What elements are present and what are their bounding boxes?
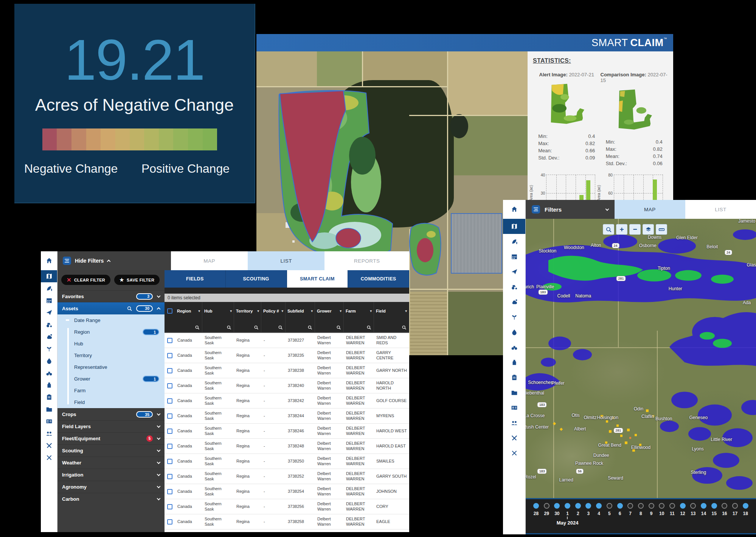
asset-filter-date-range[interactable]: Date Range [57, 314, 165, 326]
filter-section-carbon[interactable]: Carbon [57, 493, 165, 505]
sidebar-item-work-orders[interactable] [503, 370, 525, 385]
timeline-dot[interactable] [565, 503, 570, 509]
sidebar-item-team[interactable] [41, 427, 57, 440]
sidebar-item-scouting[interactable] [41, 367, 57, 379]
assets-section-header[interactable]: Assets 30 [57, 302, 165, 314]
filters-dropdown[interactable]: Filters [526, 200, 615, 219]
timeline-dot[interactable] [607, 503, 612, 509]
table-row[interactable]: CanadaSouthern SaskRegina-3738246Delbert… [165, 424, 409, 439]
timeline-day-14[interactable]: 14 [701, 503, 706, 516]
column-search-field[interactable] [374, 320, 409, 332]
timeline-day-29[interactable]: 29 [544, 503, 550, 516]
column-header-grower[interactable]: Grower▾ [315, 302, 344, 320]
table-row[interactable]: CanadaSouthern SaskRegina-3738240Delbert… [165, 378, 409, 393]
sidebar-item-close[interactable] [503, 446, 525, 461]
timeline-day-10[interactable]: 10 [659, 503, 664, 516]
sidebar-item-crop-health[interactable] [503, 234, 525, 249]
timeline-dot[interactable] [743, 503, 748, 509]
timeline-dot[interactable] [649, 503, 654, 509]
timeline-dot[interactable] [701, 503, 706, 509]
timeline-day-7[interactable]: 7 [627, 503, 633, 516]
timeline-day-13[interactable]: 13 [690, 503, 696, 516]
timeline-day-9[interactable]: 9 [649, 503, 654, 516]
asset-filter-region[interactable]: Region1 [57, 326, 165, 338]
row-checkbox[interactable] [167, 504, 172, 509]
sidebar-item-crop-health[interactable] [41, 282, 57, 294]
timeline-dot[interactable] [585, 503, 591, 509]
row-checkbox[interactable] [167, 444, 172, 449]
zoom-out-button[interactable]: − [629, 224, 641, 235]
subtab-commodities[interactable]: COMMODITIES [348, 270, 409, 288]
timeline-dot[interactable] [732, 503, 738, 509]
sidebar-item-map[interactable] [41, 270, 57, 282]
table-row[interactable]: CanadaSouthern SaskRegina-3738258Delbert… [165, 514, 409, 529]
sort-arrow-icon[interactable]: ▾ [257, 309, 259, 313]
filter-section-weather[interactable]: Weather [57, 457, 165, 469]
timeline-dot[interactable] [711, 503, 717, 509]
tab-map[interactable]: MAP [615, 200, 685, 219]
column-header-territory[interactable]: Territory▾ [234, 302, 261, 320]
column-search-field[interactable] [344, 320, 374, 332]
column-header-policy-#[interactable]: Policy #▾ [261, 302, 286, 320]
sidebar-item-contacts[interactable] [41, 415, 57, 427]
clear-filter-button[interactable]: ✕ CLEAR FILTER [61, 275, 110, 285]
map-search-button[interactable] [603, 224, 614, 235]
sidebar-item-team[interactable] [503, 415, 525, 430]
tab-map[interactable]: MAP [171, 251, 248, 270]
column-search-field[interactable] [234, 320, 261, 332]
table-row[interactable]: CanadaSouthern SaskRegina-3738254Delbert… [165, 484, 409, 499]
timeline-dot[interactable] [554, 503, 560, 509]
timeline-day-5[interactable]: 5 [607, 503, 612, 516]
sidebar-item-work-orders[interactable] [41, 391, 57, 403]
sort-arrow-icon[interactable]: ▾ [340, 309, 342, 313]
timeline-day-2[interactable]: 2 [575, 503, 581, 516]
sidebar-item-calendar[interactable] [503, 249, 525, 264]
timeline-day-17[interactable]: 17 [732, 503, 738, 516]
asset-filter-field[interactable]: Field [57, 396, 165, 408]
sidebar-item-irrigation[interactable] [41, 355, 57, 367]
timeline-dot[interactable] [659, 503, 664, 509]
sidebar-item-files[interactable] [503, 385, 525, 400]
sidebar-item-inputs[interactable] [41, 379, 57, 391]
timeline-day-3[interactable]: 3 [585, 503, 591, 516]
sidebar-item-calendar[interactable] [41, 294, 57, 306]
subtab-fields[interactable]: FIELDS [165, 270, 226, 288]
filter-section-fleet-equipment[interactable]: Fleet/Equipment5 [57, 432, 165, 444]
timeline-day-11[interactable]: 11 [669, 503, 675, 516]
column-header-farm[interactable]: Farm▾ [344, 302, 374, 320]
sort-arrow-icon[interactable]: ▾ [198, 309, 200, 313]
tab-list[interactable]: LIST [248, 251, 324, 270]
column-search-field[interactable] [261, 320, 286, 332]
sidebar-item-send[interactable] [41, 306, 57, 319]
asset-filter-grower[interactable]: Grower1 [57, 373, 165, 385]
timeline-dot[interactable] [638, 503, 644, 509]
sidebar-item-map[interactable] [503, 219, 525, 234]
timeline-day-28[interactable]: 28 [533, 503, 539, 516]
row-checkbox[interactable] [167, 429, 172, 434]
zoom-in-button[interactable]: + [616, 224, 627, 235]
sidebar-item-weather[interactable] [503, 294, 525, 310]
timeline-day-12[interactable]: 12 [680, 503, 686, 516]
column-header-subfield[interactable]: Subfield▾ [286, 302, 315, 320]
layers-button[interactable] [643, 224, 654, 235]
timeline-day-4[interactable]: 4 [596, 503, 602, 516]
sidebar-item-weather[interactable] [41, 331, 57, 343]
row-checkbox[interactable] [167, 459, 172, 464]
timeline-day-16[interactable]: 16 [722, 503, 727, 516]
table-row[interactable]: CanadaSouthern SaskRegina-3738238Delbert… [165, 363, 409, 378]
sidebar-item-irrigation[interactable] [503, 325, 525, 340]
filter-section-field-layers[interactable]: Field Layers [57, 420, 165, 432]
filter-section-crops[interactable]: Crops35 [57, 408, 165, 420]
timeline-dot[interactable] [669, 503, 675, 509]
sort-arrow-icon[interactable]: ▾ [370, 309, 372, 313]
table-row[interactable]: CanadaSouthern SaskRegina-3738244Delbert… [165, 409, 409, 424]
subtab-smart-claim[interactable]: SMART CLAIM [287, 270, 348, 288]
row-checkbox[interactable] [167, 519, 172, 525]
row-checkbox[interactable] [167, 474, 172, 479]
sidebar-item-close[interactable] [41, 452, 57, 464]
sidebar-item-contacts[interactable] [503, 400, 525, 415]
hide-filters-button[interactable]: Hide Filters [57, 251, 171, 270]
timeline-dot[interactable] [722, 503, 727, 509]
search-icon[interactable] [127, 306, 132, 311]
timeline-dot[interactable] [690, 503, 696, 509]
